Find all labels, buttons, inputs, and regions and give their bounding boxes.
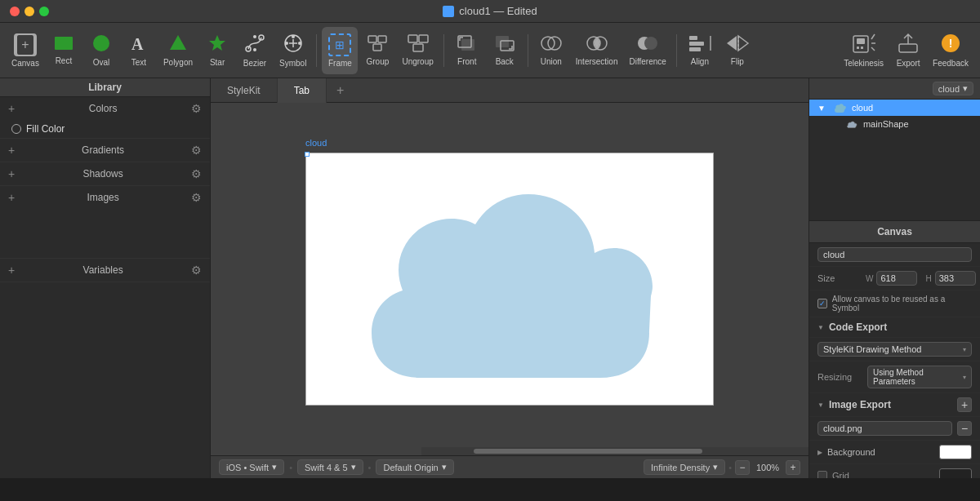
images-title: Images (87, 192, 118, 203)
images-settings-icon: ⚙ (191, 191, 202, 204)
horizontal-scrollbar[interactable] (421, 447, 808, 455)
tool-rect[interactable]: Rect (46, 27, 82, 74)
swift-version-dropdown[interactable]: Swift 4 & 5 ▾ (297, 459, 363, 475)
background-section-header[interactable]: ▶ Background (809, 441, 980, 464)
image-export-remove-button[interactable]: − (957, 421, 972, 436)
tool-star[interactable]: Star (199, 27, 235, 74)
size-label: Size (817, 273, 862, 283)
svg-rect-14 (378, 36, 386, 42)
origin-chevron: ▾ (442, 462, 447, 472)
svg-text:!: ! (949, 37, 953, 50)
layer-item-mainshape[interactable]: ▼ mainShape (809, 116, 980, 132)
swift-version-label: Swift 4 & 5 (305, 463, 348, 472)
grid-color-swatch[interactable] (939, 468, 972, 478)
origin-dropdown[interactable]: Default Origin ▾ (376, 459, 453, 475)
zoom-decrease-button[interactable]: − (735, 460, 750, 475)
drawing-method-dropdown[interactable]: StyleKit Drawing Method ▾ (817, 342, 972, 357)
tool-polygon-label: Polygon (163, 58, 193, 67)
image-export-add-button[interactable]: + (957, 397, 972, 412)
grid-checkbox[interactable] (817, 471, 827, 478)
tool-flip[interactable]: Flip (719, 27, 755, 74)
tool-front[interactable]: Front (449, 27, 485, 74)
sidebar-section-variables-header[interactable]: + Variables ⚙ (0, 259, 210, 282)
fill-color-item[interactable]: Fill Color (0, 120, 210, 138)
height-input[interactable] (935, 271, 976, 286)
canvas-viewport[interactable]: cloud (211, 103, 808, 455)
close-button[interactable] (10, 7, 20, 16)
size-row: Size W H (809, 267, 980, 290)
sidebar-section-variables: + Variables ⚙ (0, 259, 210, 282)
tool-export[interactable]: Export (890, 27, 926, 74)
layer-item-cloud[interactable]: ▼ cloud (809, 100, 980, 116)
canvas-frame[interactable] (305, 153, 714, 406)
sidebar-section-images-header[interactable]: + Images ⚙ (0, 186, 210, 209)
tool-frame[interactable]: ⊞ Frame (322, 27, 358, 74)
sidebar-section-gradients-header[interactable]: + Gradients ⚙ (0, 139, 210, 162)
svg-point-10 (292, 35, 295, 38)
svg-marker-4 (209, 35, 225, 51)
platform-dropdown[interactable]: iOS • Swift ▾ (219, 459, 284, 475)
tool-bezier[interactable]: Bezier (237, 27, 273, 74)
layer-cloud-label: cloud (852, 103, 873, 113)
allow-symbol-checkbox[interactable]: ✓ (817, 299, 827, 308)
tool-back[interactable]: Back (487, 27, 523, 74)
tool-text[interactable]: A Text (121, 27, 157, 74)
allow-symbol-label: Allow canvas to be reused as a Symbol (832, 295, 972, 313)
svg-marker-3 (170, 35, 186, 50)
tool-difference[interactable]: Difference (624, 27, 670, 74)
sidebar-header-label: Library (88, 82, 122, 93)
file-icon (443, 6, 454, 17)
tool-ungroup[interactable]: Ungroup (397, 27, 438, 74)
sidebar-section-colors-header[interactable]: + Colors ⚙ (0, 97, 210, 120)
tool-feedback[interactable]: ! Feedback (928, 27, 973, 74)
toolbar-separator-1 (316, 34, 317, 67)
density-dropdown[interactable]: Infinite Density ▾ (644, 459, 725, 475)
layer-mainshape-label: mainShape (863, 119, 909, 129)
intersection-icon (586, 34, 608, 55)
status-sep3: • (728, 463, 732, 472)
canvas-tabs: StyleKit Tab + (211, 78, 808, 103)
toolbar-separator-2 (443, 34, 444, 67)
image-export-section-header[interactable]: ▼ Image Export + (809, 393, 980, 417)
frame-handle[interactable] (305, 152, 310, 157)
image-filename-row: − (809, 417, 980, 441)
tool-align[interactable]: Align (682, 27, 718, 74)
zoom-increase-button[interactable]: + (786, 460, 800, 475)
background-color-swatch[interactable] (939, 445, 972, 459)
right-panel: cloud ▾ ▼ cloud ▼ mainShape (808, 78, 980, 478)
oval-icon (91, 33, 111, 55)
tool-oval[interactable]: Oval (83, 27, 119, 74)
resizing-dropdown[interactable]: Using Method Parameters ▾ (867, 366, 972, 388)
svg-rect-17 (419, 35, 428, 42)
rect-icon (53, 35, 74, 54)
svg-point-1 (93, 35, 109, 51)
tool-polygon[interactable]: Polygon (158, 27, 198, 74)
tool-canvas[interactable]: + Canvas (7, 27, 44, 74)
tab-tab[interactable]: Tab (278, 78, 327, 103)
shadows-settings-icon: ⚙ (191, 167, 202, 180)
maximize-button[interactable] (39, 7, 49, 16)
sidebar-section-colors: + Colors ⚙ Fill Color (0, 97, 210, 139)
tool-symbol[interactable]: Symbol (274, 27, 311, 74)
svg-rect-37 (861, 47, 863, 49)
minimize-button[interactable] (24, 7, 34, 16)
cloud-svg (306, 153, 715, 406)
width-input[interactable] (876, 271, 917, 286)
drawing-method-label: StyleKit Drawing Method (823, 344, 921, 354)
scrollbar-thumb[interactable] (474, 449, 702, 454)
sidebar-section-shadows-header[interactable]: + Shadows ⚙ (0, 162, 210, 185)
grid-row: Grid (809, 464, 980, 478)
canvas-area: StyleKit Tab + cloud (211, 78, 808, 478)
tool-group[interactable]: Group (359, 27, 395, 74)
tab-add-button[interactable]: + (327, 78, 354, 103)
canvas-name-input[interactable] (817, 247, 972, 262)
tool-telekinesis[interactable]: Telekinesis (839, 27, 889, 74)
tool-intersection[interactable]: Intersection (571, 27, 623, 74)
tool-union[interactable]: Union (533, 27, 569, 74)
image-filename-input[interactable] (817, 421, 952, 436)
code-export-section-header[interactable]: ▼ Code Export (809, 317, 980, 338)
layer-dropdown[interactable]: cloud ▾ (933, 82, 973, 95)
tab-stylekit[interactable]: StyleKit (211, 78, 278, 103)
tool-flip-label: Flip (731, 57, 744, 66)
layer-expand-icon: ▼ (817, 104, 826, 113)
